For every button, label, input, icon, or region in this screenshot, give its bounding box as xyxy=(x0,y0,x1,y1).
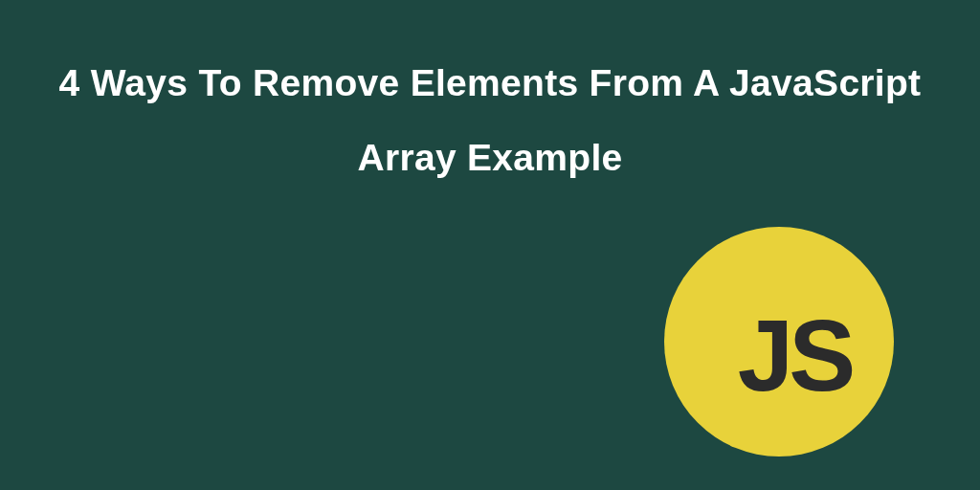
javascript-logo-badge: JS xyxy=(664,227,894,457)
article-title: 4 Ways To Remove Elements From A JavaScr… xyxy=(0,0,980,195)
javascript-logo-text: JS xyxy=(738,299,851,413)
